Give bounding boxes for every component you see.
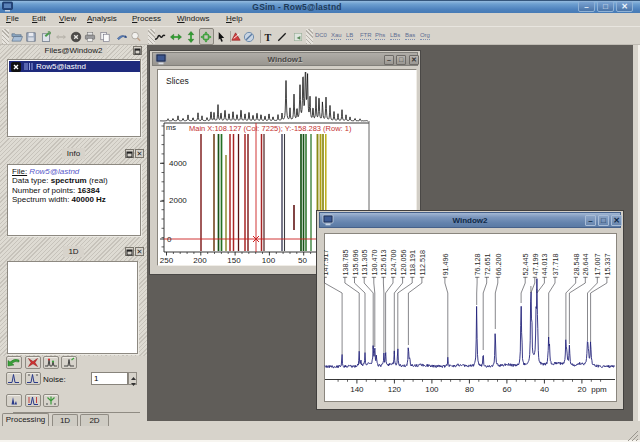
svg-text:100: 100 (262, 256, 276, 265)
svg-text:ms: ms (166, 123, 176, 132)
svg-text:150: 150 (227, 256, 241, 265)
svg-text:44.013: 44.013 (540, 254, 549, 276)
svg-text:26.644: 26.644 (581, 254, 590, 276)
svg-text:147.917: 147.917 (324, 250, 330, 276)
svg-text:Slices: Slices (166, 76, 189, 86)
svg-text:37.718: 37.718 (551, 254, 560, 276)
svg-text:112.518: 112.518 (418, 250, 427, 275)
svg-text:120: 120 (388, 385, 402, 394)
svg-text:72.651: 72.651 (483, 254, 492, 276)
svg-text:52.445: 52.445 (521, 254, 530, 276)
svg-text:140: 140 (350, 385, 364, 394)
svg-text:T: T (264, 32, 271, 43)
svg-text:125.613: 125.613 (379, 250, 388, 276)
svg-text:124.700: 124.700 (389, 250, 398, 276)
svg-text:Main X:108.127 (Col: 7225); Y:: Main X:108.127 (Col: 7225); Y:-158.283 (… (189, 124, 352, 133)
svg-text:120.056: 120.056 (399, 250, 408, 276)
svg-text:66.200: 66.200 (494, 254, 503, 276)
svg-text:118.191: 118.191 (408, 250, 417, 275)
svg-text:131.305: 131.305 (360, 250, 369, 276)
svg-text:20: 20 (577, 385, 586, 394)
svg-text:4000: 4000 (169, 159, 187, 168)
svg-text:200: 200 (193, 256, 207, 265)
svg-text:130.470: 130.470 (370, 250, 379, 276)
svg-text:15.337: 15.337 (603, 254, 612, 276)
svg-text:80: 80 (465, 385, 474, 394)
svg-text:2000: 2000 (169, 196, 187, 205)
svg-text:40: 40 (540, 385, 549, 394)
svg-text:91.496: 91.496 (441, 254, 450, 276)
svg-text:47.199: 47.199 (531, 254, 540, 276)
svg-text:100: 100 (425, 385, 439, 394)
svg-text:135.696: 135.696 (351, 250, 360, 276)
svg-text:138.785: 138.785 (341, 250, 350, 276)
svg-text:0: 0 (167, 235, 172, 244)
svg-text:60: 60 (502, 385, 511, 394)
svg-text:250: 250 (160, 256, 174, 265)
svg-text:28.548: 28.548 (572, 254, 581, 276)
svg-text:17.007: 17.007 (593, 254, 602, 276)
svg-text:50: 50 (298, 256, 307, 265)
svg-text:76.128: 76.128 (473, 254, 482, 276)
svg-text:ppm: ppm (591, 385, 607, 394)
